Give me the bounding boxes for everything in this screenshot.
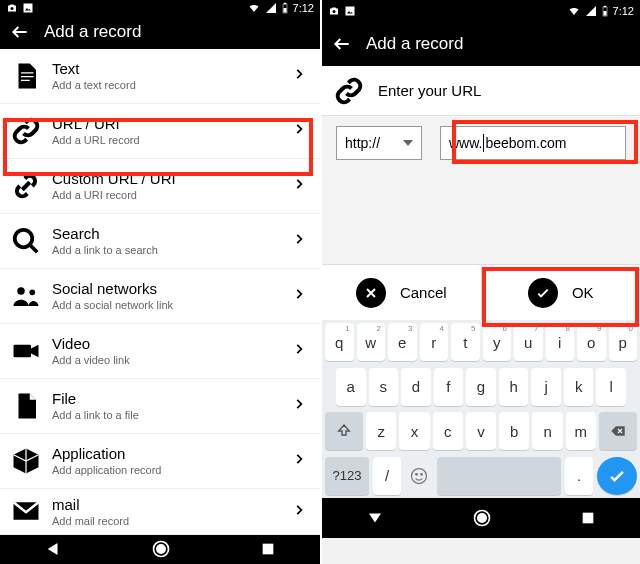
svg-rect-10	[262, 544, 273, 555]
shift-key[interactable]	[325, 412, 363, 450]
cancel-button[interactable]: Cancel	[322, 265, 481, 320]
url-value-pre: www.	[449, 135, 482, 151]
nav-back-icon[interactable]	[44, 540, 62, 558]
svg-rect-2	[284, 3, 286, 4]
row-sub: Add a video link	[52, 354, 292, 366]
row-title: Text	[52, 60, 292, 77]
text-caret	[483, 134, 484, 152]
key-b[interactable]: b	[499, 412, 529, 450]
nav-bar	[322, 498, 640, 538]
protocol-dropdown[interactable]: http://	[336, 126, 422, 160]
key-j[interactable]: j	[531, 368, 561, 406]
key-k[interactable]: k	[564, 368, 594, 406]
key-u[interactable]: u7	[514, 323, 543, 361]
dropdown-icon	[403, 138, 413, 148]
battery-icon	[601, 5, 609, 17]
row-search[interactable]: SearchAdd a link to a search	[0, 214, 320, 269]
back-icon[interactable]	[332, 34, 352, 54]
space-key[interactable]	[437, 457, 561, 495]
key-z[interactable]: z	[366, 412, 396, 450]
period-key[interactable]: .	[565, 457, 593, 495]
nav-recent-icon[interactable]	[580, 510, 596, 526]
url-dialog-title: Enter your URL	[378, 82, 481, 99]
nav-keyboard-down-icon[interactable]	[366, 509, 384, 527]
link-icon	[8, 113, 44, 149]
phone-right: 7:12 Add a record Enter your URL http://…	[320, 0, 640, 564]
key-s[interactable]: s	[369, 368, 399, 406]
keyboard: q1w2e3r4t5y6u7i8o9p0 asdfghjkl zxcvbnm ?…	[322, 320, 640, 498]
key-g[interactable]: g	[466, 368, 496, 406]
key-d[interactable]: d	[401, 368, 431, 406]
key-h[interactable]: h	[499, 368, 529, 406]
key-t[interactable]: t5	[451, 323, 480, 361]
camera-icon	[6, 2, 18, 14]
svg-rect-20	[583, 513, 594, 524]
chevron-right-icon	[292, 287, 312, 304]
keyboard-row-4: ?123 / .	[322, 454, 640, 499]
url-value-post: beebom.com	[485, 135, 566, 151]
row-mail[interactable]: mailAdd mail record	[0, 489, 320, 535]
nav-home-icon[interactable]	[151, 539, 171, 559]
row-text[interactable]: TextAdd a text record	[0, 49, 320, 104]
row-application[interactable]: ApplicationAdd application record	[0, 434, 320, 489]
key-l[interactable]: l	[596, 368, 626, 406]
key-r[interactable]: r4	[420, 323, 449, 361]
row-url[interactable]: URL / URIAdd a URL record	[0, 104, 320, 159]
emoji-key[interactable]	[405, 457, 433, 495]
nav-recent-icon[interactable]	[260, 541, 276, 557]
chevron-right-icon	[292, 122, 312, 139]
key-m[interactable]: m	[566, 412, 596, 450]
ok-icon	[528, 278, 558, 308]
key-n[interactable]: n	[532, 412, 562, 450]
ok-button[interactable]: OK	[481, 265, 641, 320]
symbols-key[interactable]: ?123	[325, 457, 369, 495]
enter-key[interactable]	[597, 457, 637, 495]
key-y[interactable]: y6	[483, 323, 512, 361]
key-i[interactable]: i8	[546, 323, 575, 361]
row-social[interactable]: Social networksAdd a social network link	[0, 269, 320, 324]
key-o[interactable]: o9	[577, 323, 606, 361]
key-e[interactable]: e3	[388, 323, 417, 361]
row-custom-url[interactable]: Custom URL / URIAdd a URI record	[0, 159, 320, 214]
chevron-right-icon	[292, 232, 312, 249]
svg-rect-14	[603, 11, 606, 16]
row-file[interactable]: FileAdd a link to a file	[0, 379, 320, 434]
key-c[interactable]: c	[433, 412, 463, 450]
chevron-right-icon	[292, 177, 312, 194]
url-input[interactable]: www.beebom.com	[440, 126, 626, 160]
search-icon	[8, 223, 44, 259]
key-a[interactable]: a	[336, 368, 366, 406]
cancel-label: Cancel	[400, 284, 447, 301]
key-x[interactable]: x	[399, 412, 429, 450]
row-sub: Add a link to a file	[52, 409, 292, 421]
svg-point-0	[11, 7, 14, 10]
signal-icon	[585, 5, 597, 17]
keyboard-row-3: zxcvbnm	[322, 409, 640, 454]
back-icon[interactable]	[10, 22, 30, 42]
wifi-icon	[567, 5, 581, 17]
text-icon	[8, 58, 44, 94]
key-f[interactable]: f	[434, 368, 464, 406]
key-p[interactable]: p0	[609, 323, 638, 361]
row-title: Video	[52, 335, 292, 352]
key-w[interactable]: w2	[357, 323, 386, 361]
key-q[interactable]: q1	[325, 323, 354, 361]
image-icon	[344, 5, 356, 17]
nav-home-icon[interactable]	[472, 508, 492, 528]
clock: 7:12	[293, 2, 314, 14]
svg-point-19	[478, 514, 486, 522]
key-v[interactable]: v	[466, 412, 496, 450]
signal-icon	[265, 2, 277, 14]
row-video[interactable]: VideoAdd a video link	[0, 324, 320, 379]
slash-key[interactable]: /	[373, 457, 401, 495]
row-sub: Add mail record	[52, 515, 292, 527]
url-dialog-header: Enter your URL	[322, 66, 640, 116]
custom-link-icon	[8, 168, 44, 204]
backspace-key[interactable]	[599, 412, 637, 450]
row-sub: Add a social network link	[52, 299, 292, 311]
app-bar: Add a record	[322, 22, 640, 66]
keyboard-row-1: q1w2e3r4t5y6u7i8o9p0	[322, 320, 640, 365]
svg-point-15	[412, 468, 427, 483]
svg-point-17	[421, 473, 423, 475]
ok-label: OK	[572, 284, 594, 301]
